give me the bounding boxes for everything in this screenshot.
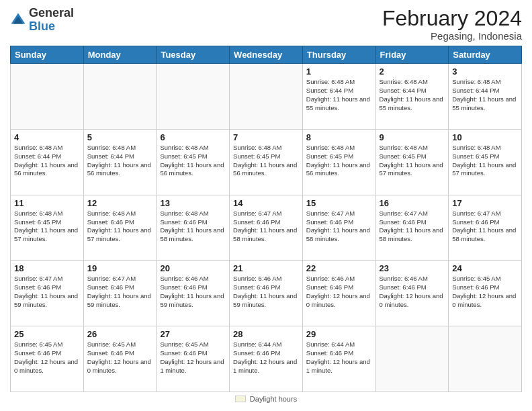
- day-info: Sunrise: 6:44 AM Sunset: 6:46 PM Dayligh…: [233, 340, 299, 375]
- day-info: Sunrise: 6:48 AM Sunset: 6:45 PM Dayligh…: [233, 144, 299, 178]
- day-number: 18: [14, 263, 80, 273]
- calendar-cell: 17Sunrise: 6:47 AM Sunset: 6:46 PM Dayli…: [449, 195, 522, 261]
- page: General Blue February 2024 Pegasing, Ind…: [0, 0, 532, 411]
- day-info: Sunrise: 6:47 AM Sunset: 6:46 PM Dayligh…: [306, 210, 372, 244]
- logo-general: General: [29, 6, 74, 19]
- calendar-week-row: 4Sunrise: 6:48 AM Sunset: 6:44 PM Daylig…: [11, 129, 522, 195]
- month-year-title: February 2024: [382, 7, 522, 30]
- day-number: 4: [14, 132, 80, 142]
- calendar-cell: 18Sunrise: 6:47 AM Sunset: 6:46 PM Dayli…: [11, 261, 84, 326]
- calendar-week-row: 1Sunrise: 6:48 AM Sunset: 6:44 PM Daylig…: [11, 64, 522, 130]
- day-info: Sunrise: 6:47 AM Sunset: 6:46 PM Dayligh…: [14, 275, 80, 309]
- day-info: Sunrise: 6:47 AM Sunset: 6:46 PM Dayligh…: [380, 210, 445, 244]
- location-label: Pegasing, Indonesia: [382, 30, 522, 42]
- day-number: 20: [160, 263, 226, 273]
- calendar-cell: 13Sunrise: 6:48 AM Sunset: 6:46 PM Dayli…: [157, 195, 230, 261]
- day-info: Sunrise: 6:48 AM Sunset: 6:45 PM Dayligh…: [452, 144, 518, 178]
- day-number: 8: [306, 132, 372, 142]
- day-info: Sunrise: 6:46 AM Sunset: 6:46 PM Dayligh…: [233, 275, 299, 309]
- calendar-cell: 25Sunrise: 6:45 AM Sunset: 6:46 PM Dayli…: [11, 326, 84, 392]
- calendar-cell: 27Sunrise: 6:45 AM Sunset: 6:46 PM Dayli…: [157, 326, 230, 392]
- calendar-cell: 11Sunrise: 6:48 AM Sunset: 6:45 PM Dayli…: [11, 195, 84, 261]
- day-number: 25: [14, 329, 80, 339]
- calendar-cell: 10Sunrise: 6:48 AM Sunset: 6:45 PM Dayli…: [449, 129, 522, 195]
- calendar-cell: [449, 326, 522, 392]
- calendar-cell: 6Sunrise: 6:48 AM Sunset: 6:45 PM Daylig…: [157, 129, 230, 195]
- calendar-cell: 24Sunrise: 6:45 AM Sunset: 6:46 PM Dayli…: [449, 261, 522, 326]
- day-number: 21: [233, 263, 299, 273]
- day-number: 5: [87, 132, 153, 142]
- calendar-cell: 28Sunrise: 6:44 AM Sunset: 6:46 PM Dayli…: [230, 326, 303, 392]
- calendar-cell: 15Sunrise: 6:47 AM Sunset: 6:46 PM Dayli…: [302, 195, 375, 261]
- day-info: Sunrise: 6:48 AM Sunset: 6:45 PM Dayligh…: [14, 210, 80, 244]
- daylight-box-icon: [235, 396, 246, 402]
- calendar-cell: 20Sunrise: 6:46 AM Sunset: 6:46 PM Dayli…: [157, 261, 230, 326]
- day-number: 1: [306, 66, 372, 77]
- calendar-cell: 2Sunrise: 6:48 AM Sunset: 6:44 PM Daylig…: [375, 64, 449, 130]
- col-header-monday: Monday: [83, 46, 157, 64]
- col-header-wednesday: Wednesday: [230, 46, 303, 64]
- day-info: Sunrise: 6:48 AM Sunset: 6:44 PM Dayligh…: [452, 78, 518, 112]
- day-info: Sunrise: 6:48 AM Sunset: 6:45 PM Dayligh…: [306, 144, 372, 178]
- calendar-header-row: SundayMondayTuesdayWednesdayThursdayFrid…: [11, 46, 522, 64]
- title-block: February 2024 Pegasing, Indonesia: [382, 7, 522, 42]
- day-info: Sunrise: 6:48 AM Sunset: 6:45 PM Dayligh…: [380, 144, 445, 178]
- calendar-table: SundayMondayTuesdayWednesdayThursdayFrid…: [10, 46, 522, 392]
- header: General Blue February 2024 Pegasing, Ind…: [10, 7, 522, 42]
- calendar-cell: 1Sunrise: 6:48 AM Sunset: 6:44 PM Daylig…: [302, 64, 375, 130]
- logo-icon: [10, 12, 26, 28]
- calendar-cell: 5Sunrise: 6:48 AM Sunset: 6:44 PM Daylig…: [83, 129, 157, 195]
- col-header-sunday: Sunday: [11, 46, 84, 64]
- daylight-label: Daylight hours: [250, 395, 297, 403]
- day-info: Sunrise: 6:46 AM Sunset: 6:46 PM Dayligh…: [306, 275, 372, 309]
- day-number: 12: [87, 198, 153, 208]
- day-info: Sunrise: 6:45 AM Sunset: 6:46 PM Dayligh…: [87, 340, 153, 375]
- calendar-cell: [83, 64, 157, 130]
- calendar-cell: 29Sunrise: 6:44 AM Sunset: 6:46 PM Dayli…: [302, 326, 375, 392]
- calendar-week-row: 25Sunrise: 6:45 AM Sunset: 6:46 PM Dayli…: [11, 326, 522, 392]
- calendar-week-row: 11Sunrise: 6:48 AM Sunset: 6:45 PM Dayli…: [11, 195, 522, 261]
- day-info: Sunrise: 6:46 AM Sunset: 6:46 PM Dayligh…: [160, 275, 226, 309]
- day-number: 29: [306, 329, 372, 339]
- day-number: 15: [306, 198, 372, 208]
- logo-text: General Blue: [29, 7, 74, 34]
- day-info: Sunrise: 6:48 AM Sunset: 6:44 PM Dayligh…: [380, 78, 445, 112]
- day-info: Sunrise: 6:45 AM Sunset: 6:46 PM Dayligh…: [452, 275, 518, 309]
- calendar-cell: 8Sunrise: 6:48 AM Sunset: 6:45 PM Daylig…: [302, 129, 375, 195]
- calendar-cell: [157, 64, 230, 130]
- calendar-cell: 21Sunrise: 6:46 AM Sunset: 6:46 PM Dayli…: [230, 261, 303, 326]
- calendar-cell: 12Sunrise: 6:48 AM Sunset: 6:46 PM Dayli…: [83, 195, 157, 261]
- day-number: 26: [87, 329, 153, 339]
- day-number: 27: [160, 329, 226, 339]
- day-info: Sunrise: 6:48 AM Sunset: 6:44 PM Dayligh…: [14, 144, 80, 178]
- day-number: 17: [452, 198, 518, 208]
- day-number: 19: [87, 263, 153, 273]
- col-header-tuesday: Tuesday: [157, 46, 230, 64]
- day-info: Sunrise: 6:47 AM Sunset: 6:46 PM Dayligh…: [87, 275, 153, 309]
- day-info: Sunrise: 6:48 AM Sunset: 6:44 PM Dayligh…: [87, 144, 153, 178]
- day-number: 11: [14, 198, 80, 208]
- logo-blue: Blue: [29, 19, 55, 33]
- calendar-week-row: 18Sunrise: 6:47 AM Sunset: 6:46 PM Dayli…: [11, 261, 522, 326]
- calendar-cell: 4Sunrise: 6:48 AM Sunset: 6:44 PM Daylig…: [11, 129, 84, 195]
- day-number: 3: [452, 66, 518, 77]
- logo: General Blue: [10, 7, 74, 34]
- day-info: Sunrise: 6:45 AM Sunset: 6:46 PM Dayligh…: [14, 340, 80, 375]
- day-number: 13: [160, 198, 226, 208]
- calendar-cell: [375, 326, 449, 392]
- day-number: 2: [380, 66, 445, 77]
- day-info: Sunrise: 6:46 AM Sunset: 6:46 PM Dayligh…: [380, 275, 445, 309]
- day-info: Sunrise: 6:47 AM Sunset: 6:46 PM Dayligh…: [452, 210, 518, 244]
- calendar-cell: 19Sunrise: 6:47 AM Sunset: 6:46 PM Dayli…: [83, 261, 157, 326]
- day-number: 23: [380, 263, 445, 273]
- calendar-cell: [230, 64, 303, 130]
- day-info: Sunrise: 6:48 AM Sunset: 6:46 PM Dayligh…: [160, 210, 226, 244]
- day-number: 14: [233, 198, 299, 208]
- calendar-cell: 26Sunrise: 6:45 AM Sunset: 6:46 PM Dayli…: [83, 326, 157, 392]
- day-number: 28: [233, 329, 299, 339]
- calendar-cell: 9Sunrise: 6:48 AM Sunset: 6:45 PM Daylig…: [375, 129, 449, 195]
- day-info: Sunrise: 6:47 AM Sunset: 6:46 PM Dayligh…: [233, 210, 299, 244]
- day-number: 24: [452, 263, 518, 273]
- day-info: Sunrise: 6:48 AM Sunset: 6:44 PM Dayligh…: [306, 78, 372, 112]
- day-info: Sunrise: 6:48 AM Sunset: 6:46 PM Dayligh…: [87, 210, 153, 244]
